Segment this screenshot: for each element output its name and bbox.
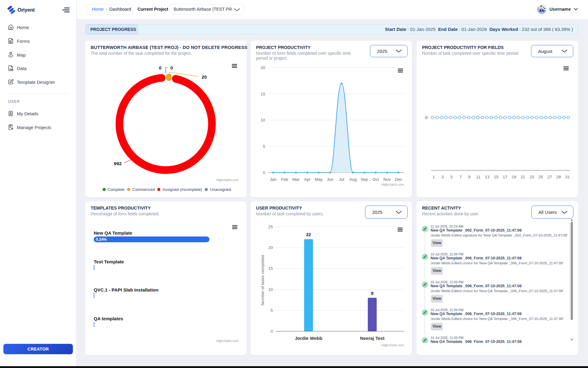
- svg-text:0: 0: [170, 65, 173, 70]
- svg-text:Unassigned: Unassigned: [210, 187, 231, 192]
- svg-text:0: 0: [425, 115, 428, 120]
- svg-text:Jun: Jun: [327, 177, 334, 182]
- svg-text:15: 15: [494, 175, 498, 179]
- svg-text:Jordie Webb: Jordie Webb: [295, 336, 322, 341]
- svg-text:3: 3: [441, 175, 444, 179]
- svg-text:5: 5: [263, 144, 265, 149]
- svg-text:Feb: Feb: [281, 177, 288, 182]
- svg-text:Jan: Jan: [270, 177, 277, 182]
- svg-text:20: 20: [202, 74, 207, 80]
- svg-text:23: 23: [530, 175, 534, 179]
- svg-text:17: 17: [503, 175, 507, 179]
- svg-text:0: 0: [263, 170, 265, 175]
- svg-text:Nov: Nov: [383, 177, 391, 182]
- svg-text:10: 10: [261, 118, 265, 122]
- svg-text:19: 19: [512, 175, 516, 179]
- svg-text:Complete: Complete: [107, 187, 125, 192]
- svg-text:QVC.1 - PAPI Slab Installation: QVC.1 - PAPI Slab Installation: [94, 287, 158, 292]
- svg-text:Number of tasks completed: Number of tasks completed: [260, 255, 265, 305]
- svg-text:Aug: Aug: [349, 177, 356, 182]
- svg-text:25: 25: [268, 225, 273, 229]
- svg-text:Mar: Mar: [292, 177, 300, 182]
- svg-text:11: 11: [476, 175, 481, 179]
- svg-text:May: May: [315, 177, 323, 182]
- svg-text:31: 31: [565, 175, 570, 179]
- svg-text:0: 0: [159, 65, 161, 70]
- svg-text:25: 25: [538, 175, 543, 179]
- svg-text:Oct: Oct: [372, 177, 379, 182]
- svg-text:29: 29: [556, 175, 561, 179]
- svg-text:27: 27: [547, 175, 552, 179]
- svg-text:8: 8: [371, 291, 373, 296]
- svg-text:7: 7: [459, 175, 462, 179]
- svg-text:1: 1: [432, 175, 435, 179]
- svg-text:0: 0: [270, 329, 273, 334]
- svg-text:Commenced: Commenced: [132, 187, 155, 192]
- svg-text:5: 5: [270, 308, 273, 313]
- svg-text:22: 22: [306, 232, 311, 237]
- svg-text:Apr: Apr: [304, 177, 311, 182]
- svg-text:5: 5: [450, 175, 453, 179]
- svg-text:Neeraj Test: Neeraj Test: [360, 336, 385, 341]
- svg-text:Dec: Dec: [395, 177, 402, 182]
- svg-text:9: 9: [468, 175, 471, 179]
- svg-text:Sep: Sep: [361, 177, 368, 182]
- svg-text:Assigned (Incomplete): Assigned (Incomplete): [163, 187, 202, 192]
- svg-text:20: 20: [268, 245, 273, 250]
- svg-text:15: 15: [261, 92, 265, 96]
- svg-text:QA templates: QA templates: [94, 316, 123, 321]
- svg-text:New QA Template: New QA Template: [94, 230, 132, 236]
- svg-text:21: 21: [521, 175, 525, 179]
- svg-text:0.24%: 0.24%: [96, 237, 107, 242]
- svg-text:20: 20: [261, 65, 265, 70]
- svg-text:15: 15: [268, 266, 273, 271]
- svg-text:10: 10: [268, 287, 273, 292]
- svg-text:13: 13: [485, 175, 489, 179]
- svg-text:992: 992: [114, 161, 122, 166]
- svg-text:Test Template: Test Template: [94, 259, 124, 264]
- svg-text:Jul: Jul: [339, 177, 344, 182]
